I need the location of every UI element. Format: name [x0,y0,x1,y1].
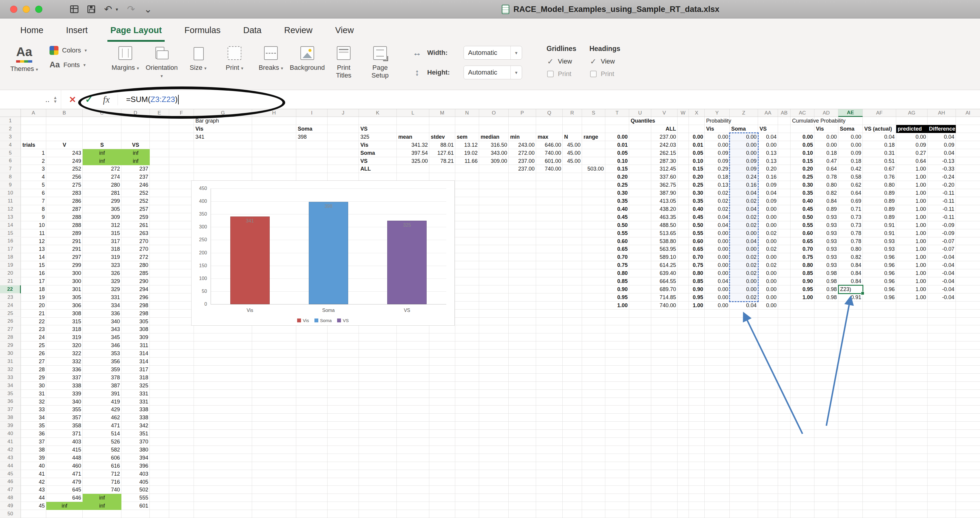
row-header-42[interactable]: 42 [0,446,21,454]
cell-B28[interactable]: 319 [46,334,83,342]
cell-AG11[interactable]: 1.00 [896,197,928,205]
cell-AC12[interactable]: 0.45 [791,205,815,213]
cell-C10[interactable]: 281 [83,189,121,197]
cell-T14[interactable]: 0.50 [605,221,629,229]
cell-D28[interactable]: 309 [121,334,150,342]
cell-A21[interactable]: 17 [21,277,46,285]
cell-A40[interactable]: 36 [21,430,46,438]
cell-AD7[interactable]: 0.64 [815,165,838,173]
cell-D45[interactable]: 403 [121,470,150,478]
column-header-T[interactable]: T [605,109,629,117]
cell-V17[interactable]: 563.95 [651,245,678,253]
cell-AA3[interactable]: 0.04 [758,133,778,141]
cell-A26[interactable]: 22 [21,318,46,326]
row-header-34[interactable]: 34 [0,382,21,390]
cell-A47[interactable]: 43 [21,486,46,494]
cell-V5[interactable]: 262.15 [651,149,678,157]
cell-AG18[interactable]: 1.00 [896,253,928,261]
cell-AA4[interactable]: 0.00 [758,141,778,149]
row-header-2[interactable]: 2 [0,125,21,133]
cell-C28[interactable]: 345 [83,334,121,342]
cell-C8[interactable]: 274 [83,173,121,181]
cell-I3[interactable]: 398 [296,133,328,141]
cell-A10[interactable]: 6 [21,189,46,197]
minimize-button[interactable] [23,6,30,13]
cell-B38[interactable]: 357 [46,414,83,422]
cell-AG2[interactable]: predicted [896,125,928,133]
cell-AH10[interactable]: -0.11 [928,189,956,197]
row-header-8[interactable]: 8 [0,173,21,181]
cell-AE17[interactable]: 0.80 [838,245,863,253]
cell-C5[interactable]: inf [83,149,121,157]
column-header-K[interactable]: K [359,109,397,117]
name-box[interactable]: .. ▲ ▼ [0,90,61,109]
cell-A11[interactable]: 7 [21,197,46,205]
cell-A44[interactable]: 40 [21,462,46,470]
cell-AD8[interactable]: 0.78 [815,173,838,181]
cell-A22[interactable]: 18 [21,285,46,294]
cell-AD10[interactable]: 0.82 [815,189,838,197]
cell-C21[interactable]: 329 [83,277,121,285]
cell-AD3[interactable]: 0.00 [815,133,838,141]
cell-V10[interactable]: 387.90 [651,189,678,197]
cell-T8[interactable]: 0.20 [605,173,629,181]
cell-P6[interactable]: 237.00 [509,157,536,165]
cell-D41[interactable]: 370 [121,438,150,446]
cell-AF15[interactable]: 0.91 [863,229,896,237]
cell-V21[interactable]: 664.55 [651,277,678,285]
cell-Q3[interactable]: max [536,133,563,141]
cell-A41[interactable]: 37 [21,438,46,446]
cell-B41[interactable]: 403 [46,438,83,446]
cell-M6[interactable]: 78.21 [429,157,455,165]
cell-D20[interactable]: 285 [121,269,150,277]
cell-V23[interactable]: 714.85 [651,294,678,302]
row-header-39[interactable]: 39 [0,422,21,430]
insert-function-icon[interactable]: fx [103,94,110,105]
cell-Y23[interactable]: 0.00 [705,294,730,302]
cell-C36[interactable]: 419 [83,398,121,406]
cell-AC22[interactable]: 0.95 [791,285,815,294]
row-header-17[interactable]: 17 [0,245,21,253]
cell-X17[interactable]: 0.65 [689,245,705,253]
cell-AH4[interactable]: 0.09 [928,141,956,149]
cell-AG22[interactable]: 1.00 [896,285,928,294]
cell-AE10[interactable]: 0.64 [838,189,863,197]
sheet-grid[interactable]: 050100150200250300350400450341Vis398Soma… [0,109,980,518]
cell-AC1[interactable]: Cumulative Probability [791,117,847,125]
cell-D25[interactable]: 298 [121,310,150,318]
cell-C43[interactable]: 606 [83,454,121,462]
tab-review[interactable]: Review [281,19,315,42]
cell-O4[interactable]: 316.50 [479,141,509,149]
column-header-F[interactable]: F [169,109,194,117]
cell-Y10[interactable]: 0.02 [705,189,730,197]
cell-V15[interactable]: 513.65 [651,229,678,237]
active-cell-editor[interactable]: Z23) [838,285,863,294]
cell-A7[interactable]: 3 [21,165,46,173]
show-tabs-icon[interactable] [70,5,78,13]
cell-AC13[interactable]: 0.50 [791,213,815,221]
cell-A19[interactable]: 15 [21,261,46,269]
cell-AF12[interactable]: 0.89 [863,205,896,213]
column-header-M[interactable]: M [429,109,455,117]
cell-Y3[interactable]: 0.00 [705,133,730,141]
cell-AH18[interactable]: -0.04 [928,253,956,261]
gridlines-view-checkbox[interactable]: ✓ View [547,57,576,65]
cell-AC19[interactable]: 0.80 [791,261,815,269]
column-header-I[interactable]: I [296,109,328,117]
column-header-H[interactable]: H [252,109,296,117]
cell-AF18[interactable]: 0.96 [863,253,896,261]
cell-C11[interactable]: 299 [83,197,121,205]
cell-V24[interactable]: 740.00 [651,302,678,310]
cell-AF8[interactable]: 0.76 [863,173,896,181]
cell-Y9[interactable]: 0.13 [705,181,730,189]
cell-V9[interactable]: 362.75 [651,181,678,189]
cell-D32[interactable]: 317 [121,365,150,373]
row-header-46[interactable]: 46 [0,478,21,486]
cell-B20[interactable]: 300 [46,269,83,277]
colors-button[interactable]: Colors ▾ [49,46,87,55]
cell-D19[interactable]: 280 [121,261,150,269]
cell-C38[interactable]: 462 [83,414,121,422]
cell-D44[interactable]: 396 [121,462,150,470]
cell-T12[interactable]: 0.40 [605,205,629,213]
cell-AG20[interactable]: 1.00 [896,269,928,277]
